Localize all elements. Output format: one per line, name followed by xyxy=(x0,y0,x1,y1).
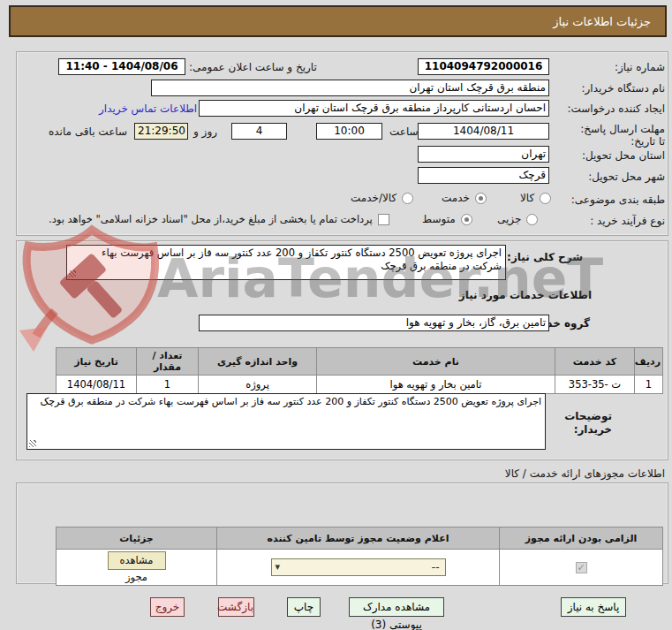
radio-service[interactable]: خدمت xyxy=(442,192,487,204)
services-table-header-row: ردیف کد خدمت نام خدمت واحد اندازه گیری ت… xyxy=(57,348,663,376)
radio-medium-label: متوسط xyxy=(422,213,456,225)
remaining-days-field: 4 xyxy=(231,123,287,140)
category-label: طبقه بندی موضوعی: xyxy=(571,194,665,206)
page-title-bar: جزئیات اطلاعات نیاز xyxy=(9,5,667,37)
col-unit: واحد اندازه گیری xyxy=(199,348,317,376)
radio-medium[interactable]: متوسط xyxy=(422,213,472,225)
deadline-date-field[interactable]: 1404/08/11 xyxy=(418,123,549,140)
resize-handle-icon[interactable] xyxy=(29,440,36,447)
cell-license-required: ✓ xyxy=(500,550,663,586)
treasury-checkbox-row[interactable]: پرداخت تمام یا بخشی از مبلغ خرید،از محل … xyxy=(49,213,389,225)
deadline-time-field[interactable]: 10:00 xyxy=(316,123,382,140)
services-table: ردیف کد خدمت نام خدمت واحد اندازه گیری ت… xyxy=(56,347,663,394)
print-button[interactable]: چاپ xyxy=(287,597,321,617)
services-heading: اطلاعات خدمات مورد نیاز xyxy=(459,289,592,301)
chevron-down-icon: ▾ xyxy=(276,561,281,573)
buyer-org-field[interactable]: منطقه برق قرچک استان تهران xyxy=(151,80,549,96)
exit-button[interactable]: خروج xyxy=(150,597,185,617)
licenses-table-header-row: الزامی بودن ارائه مجوز اعلام وضعیت مجوز … xyxy=(57,528,663,550)
licenses-table: الزامی بودن ارائه مجوز اعلام وضعیت مجوز … xyxy=(56,527,663,586)
radio-goods-icon[interactable] xyxy=(540,193,551,204)
service-group-field[interactable]: تامین برق، گاز، بخار و تهویه هوا xyxy=(199,315,549,331)
buyer-notes-label: توضیحات خریدار: xyxy=(550,410,612,436)
countdown-timer: 21:29:50 xyxy=(134,123,188,140)
col-quantity: تعداد / مقدار xyxy=(137,348,199,376)
description-label: شرح کلی نیاز: xyxy=(507,251,583,263)
license-status-value: -- xyxy=(432,561,440,573)
licenses-table-row: ✓ -- ▾ مشاهده مجوز xyxy=(57,550,663,586)
back-button[interactable]: بازگشت xyxy=(218,597,254,617)
radio-goods[interactable]: کالا xyxy=(520,192,551,204)
radio-medium-icon[interactable] xyxy=(461,214,472,225)
resize-handle-icon[interactable] xyxy=(69,270,76,277)
col-service-name: نام خدمت xyxy=(317,348,555,376)
treasury-checkbox[interactable] xyxy=(378,214,389,225)
buyer-contact-link[interactable]: اطلاعات تماس خریدار xyxy=(99,102,197,115)
col-license-status: اعلام وضعیت مجوز توسط تامین کننده xyxy=(217,528,500,550)
remaining-hours-label: ساعت باقی مانده xyxy=(49,125,127,138)
process-type-label: نوع فرآیند خرید : xyxy=(590,215,665,227)
services-table-row: 1 353-35- ت تامین بخار و تهویه هوا پروژه… xyxy=(57,376,663,394)
cell-need-date: 1404/08/11 xyxy=(57,376,137,394)
radio-goods-service-icon[interactable] xyxy=(402,193,413,204)
tender-details-page: جزئیات اطلاعات نیاز شماره نیاز: 11040947… xyxy=(0,0,672,630)
cell-service-code: 353-35- ت xyxy=(555,376,635,394)
radio-minor-icon[interactable] xyxy=(526,214,538,225)
radio-goods-service[interactable]: کالا/خدمت xyxy=(351,192,413,204)
cell-unit: پروژه xyxy=(199,376,317,394)
city-label: شهر محل تحویل: xyxy=(588,171,665,183)
attachments-button[interactable]: مشاهده مدارک پیوستی (3) xyxy=(349,597,444,617)
need-number-field[interactable]: 1104094792000016 xyxy=(418,58,549,75)
cell-quantity: 1 xyxy=(137,376,199,394)
publish-datetime-field[interactable]: 1404/08/06 - 11:40 xyxy=(58,58,185,75)
description-textarea[interactable]: اجرای پروژه تعویض 2500 دستگاه کنتور تکفا… xyxy=(66,245,506,280)
col-service-code: کد خدمت xyxy=(555,348,635,376)
buyer-org-label: نام دستگاه خریدار: xyxy=(582,82,666,95)
deadline-hour-label: ساعت xyxy=(389,125,419,138)
license-required-checkbox[interactable]: ✓ xyxy=(576,562,587,573)
province-field[interactable]: تهران xyxy=(418,146,549,163)
need-number-label: شماره نیاز: xyxy=(615,61,665,73)
publish-datetime-label: تاریخ و ساعت اعلان عمومی: xyxy=(189,61,317,73)
radio-goods-label: کالا xyxy=(520,192,534,204)
creator-label: ایجاد کننده درخواست: xyxy=(567,102,665,115)
description-text: اجرای پروژه تعویض 2500 دستگاه کنتور تکفا… xyxy=(102,247,502,272)
cell-row-index: 1 xyxy=(635,376,663,394)
respond-button[interactable]: پاسخ به نیاز xyxy=(561,597,626,617)
page-title: جزئیات اطلاعات نیاز xyxy=(553,15,651,28)
deadline-label: مهلت ارسال پاسخ: تا تاریخ: xyxy=(573,123,665,148)
creator-field[interactable]: احسان اردستانی کارپرداز منطقه برق قرچک ا… xyxy=(199,100,549,117)
license-status-select[interactable]: -- ▾ xyxy=(271,558,446,576)
licenses-heading: اطلاعات مجوزهای ارائه خدمت / کالا xyxy=(505,467,665,480)
col-license-required: الزامی بودن ارائه مجوز xyxy=(500,528,663,550)
radio-goods-service-label: کالا/خدمت xyxy=(351,192,396,204)
province-label: استان محل تحویل: xyxy=(582,149,665,162)
col-need-date: تاریخ نیاز xyxy=(57,348,137,376)
cell-service-name: تامین بخار و تهویه هوا xyxy=(317,376,555,394)
view-license-button[interactable]: مشاهده مجوز xyxy=(108,551,166,570)
radio-minor[interactable]: جزیی xyxy=(497,213,538,225)
buyer-notes-text: اجرای پروژه تعویض 2500 دستگاه کنتور تکفا… xyxy=(40,396,541,407)
buyer-notes-textarea[interactable]: اجرای پروژه تعویض 2500 دستگاه کنتور تکفا… xyxy=(26,393,546,450)
col-row-index: ردیف xyxy=(635,348,663,376)
radio-minor-label: جزیی xyxy=(497,213,521,225)
days-and-label: روز و xyxy=(193,125,217,138)
treasury-checkbox-label: پرداخت تمام یا بخشی از مبلغ خرید،از محل … xyxy=(49,213,373,225)
col-license-details: جزئیات xyxy=(57,528,217,550)
radio-service-label: خدمت xyxy=(442,192,470,204)
cell-license-details: مشاهده مجوز xyxy=(57,550,217,586)
radio-service-icon[interactable] xyxy=(475,193,487,204)
city-field[interactable]: قرچک xyxy=(418,167,549,184)
cell-license-status: -- ▾ xyxy=(217,550,500,586)
